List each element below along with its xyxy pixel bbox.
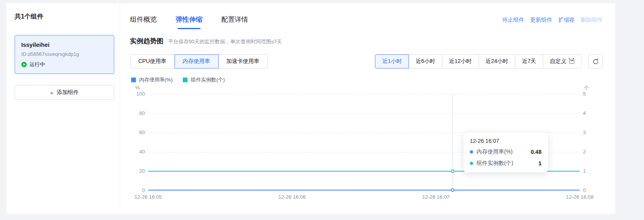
action-link-1[interactable]: 停止组件	[502, 17, 524, 24]
metric-tab-1[interactable]: CPU使用率	[130, 54, 175, 68]
chart-legend: 内存便用率(%)组件实例数(个)	[130, 76, 603, 83]
gridline-80	[148, 113, 580, 114]
calendar-icon	[569, 59, 574, 64]
x-label-1: 12-26 16:05	[134, 194, 161, 200]
x-label-2: 12-26 16:06	[278, 194, 306, 200]
right-tick-3: 3	[583, 129, 598, 135]
x-axis-labels: 12-26 16:0512-26 16:0612-26 16:0712-26 1…	[148, 194, 580, 201]
right-tick-0: 0	[583, 187, 598, 193]
right-tick-4: 4	[583, 110, 598, 116]
action-link-2[interactable]: 更新组件	[530, 17, 552, 24]
trend-header: 实例趋势图 平台保存90天的监控数据，单次查询时间范围≤7天	[130, 37, 603, 46]
time-range-label-2: 近6小时	[416, 58, 435, 65]
time-range-3[interactable]: 近12小时	[442, 54, 479, 68]
refresh-button[interactable]	[588, 54, 603, 68]
tab-3[interactable]: 配置详情	[221, 15, 248, 29]
component-card[interactable]: Issyileihei ID:d56fi67ssveqrsgkdp1g 运行中	[15, 35, 114, 74]
tooltip-rows: 内存使用率(%)0.48组件实例数(个)1	[470, 148, 542, 167]
right-tick-1: 1	[583, 168, 598, 174]
legend-item-2[interactable]: 组件实例数(个)	[183, 76, 225, 83]
left-axis-unit: %	[130, 85, 145, 91]
component-status: 运行中	[21, 61, 108, 68]
component-sidebar: 共1个组件 Issyileihei ID:d56fi67ssveqrsgkdp1…	[6, 3, 120, 214]
time-range-group: 近1小时近6小时近12小时近24小时近7天自定义	[375, 54, 581, 68]
tooltip-label-1: 内存使用率(%)	[477, 148, 513, 155]
action-link-4: 删除组件	[581, 17, 603, 24]
legend-swatch-2	[183, 78, 187, 82]
tooltip-label-2: 组件实例数(个)	[477, 160, 513, 167]
trend-chart: % 个 12-26 16:07 内存使用率(%)0.48组件实例数(个)1 10…	[130, 94, 603, 201]
trend-title: 实例趋势图	[130, 37, 163, 46]
series-line-1	[148, 190, 580, 190]
tooltip-value-2: 1	[538, 160, 542, 166]
time-range-label-1: 近1小时	[382, 58, 402, 65]
gridline-0	[148, 190, 580, 191]
left-tick-40: 40	[130, 149, 145, 155]
tab-2[interactable]: 弹性伸缩	[176, 15, 202, 29]
time-range-label-3: 近12小时	[449, 58, 472, 65]
left-tick-100: 100	[130, 91, 145, 97]
time-range-label-6: 自定义	[550, 58, 566, 65]
tooltip-title: 12-26 16:07	[470, 138, 542, 144]
component-name: Issyileihei	[21, 41, 108, 48]
metric-tab-2[interactable]: 内存使用率	[174, 54, 219, 68]
gridline-100	[148, 94, 580, 94]
action-link-3[interactable]: 扩缩容	[558, 17, 575, 24]
app-root: 共1个组件 Issyileihei ID:d56fi67ssveqrsgkdp1…	[0, 0, 644, 220]
header-actions: 停止组件更新组件扩缩容删除组件	[502, 15, 603, 24]
legend-label-1: 内存便用率(%)	[139, 76, 173, 83]
legend-item-1[interactable]: 内存便用率(%)	[131, 76, 173, 83]
tooltip-row-2: 组件实例数(个)1	[470, 160, 542, 167]
tabs: 组件概览弹性伸缩配置详情	[130, 15, 248, 29]
add-component-button[interactable]: + 添加组件	[15, 85, 114, 100]
time-range-1[interactable]: 近1小时	[375, 54, 409, 68]
time-range-label-5: 近7天	[522, 58, 536, 65]
chart-tooltip: 12-26 16:07 内存使用率(%)0.48组件实例数(个)1	[464, 133, 548, 172]
component-count-title: 共1个组件	[15, 13, 114, 21]
component-id: ID:d56fi67ssveqrsgkdp1g	[21, 51, 108, 57]
metric-button-group: CPU使用率内存使用率加速卡使用率	[130, 54, 268, 68]
add-component-label: 添加组件	[57, 89, 79, 96]
detail-pane: 组件概览弹性伸缩配置详情 停止组件更新组件扩缩容删除组件 实例趋势图 平台保存9…	[120, 3, 615, 214]
data-point-marker-1[interactable]	[451, 188, 454, 192]
status-label: 运行中	[30, 61, 45, 68]
tooltip-row-1: 内存使用率(%)0.48	[470, 148, 542, 155]
x-label-4: 12-26 16:08	[566, 194, 593, 200]
legend-swatch-1	[131, 78, 136, 82]
tooltip-series-dot-2	[470, 162, 473, 165]
tab-1[interactable]: 组件概览	[130, 15, 157, 29]
time-range-4[interactable]: 近24小时	[479, 54, 516, 68]
metric-tab-3[interactable]: 加速卡使用率	[218, 54, 268, 68]
play-icon	[21, 62, 27, 67]
data-point-marker-2[interactable]	[451, 170, 454, 173]
left-tick-60: 60	[130, 129, 145, 135]
time-controls: 近1小时近6小时近12小时近24小时近7天自定义	[375, 54, 603, 68]
plus-icon: +	[50, 89, 54, 96]
left-tick-20: 20	[130, 168, 145, 174]
legend-label-2: 组件实例数(个)	[191, 76, 225, 83]
time-range-6[interactable]: 自定义	[543, 54, 581, 68]
tooltip-series-dot-1	[470, 150, 473, 153]
right-tick-2: 2	[583, 149, 598, 155]
time-range-2[interactable]: 近6小时	[408, 54, 442, 68]
x-label-3: 12-26 16:07	[422, 194, 449, 200]
chart-controls: CPU使用率内存使用率加速卡使用率 近1小时近6小时近12小时近24小时近7天自…	[130, 54, 603, 68]
left-tick-0: 0	[130, 187, 145, 193]
time-range-label-4: 近24小时	[486, 58, 509, 65]
plot-area[interactable]: % 个 12-26 16:07 内存使用率(%)0.48组件实例数(个)1 10…	[148, 94, 580, 190]
tooltip-value-1: 0.48	[531, 149, 541, 155]
left-tick-80: 80	[130, 110, 145, 116]
right-tick-5: 5	[583, 91, 598, 97]
tabs-row: 组件概览弹性伸缩配置详情 停止组件更新组件扩缩容删除组件	[130, 3, 603, 29]
hover-axis-line	[453, 94, 453, 190]
main-card: 共1个组件 Issyileihei ID:d56fi67ssveqrsgkdp1…	[6, 3, 615, 214]
trend-subtitle: 平台保存90天的监控数据，单次查询时间范围≤7天	[168, 38, 282, 45]
time-range-5[interactable]: 近7天	[515, 54, 543, 68]
refresh-icon	[592, 58, 599, 65]
